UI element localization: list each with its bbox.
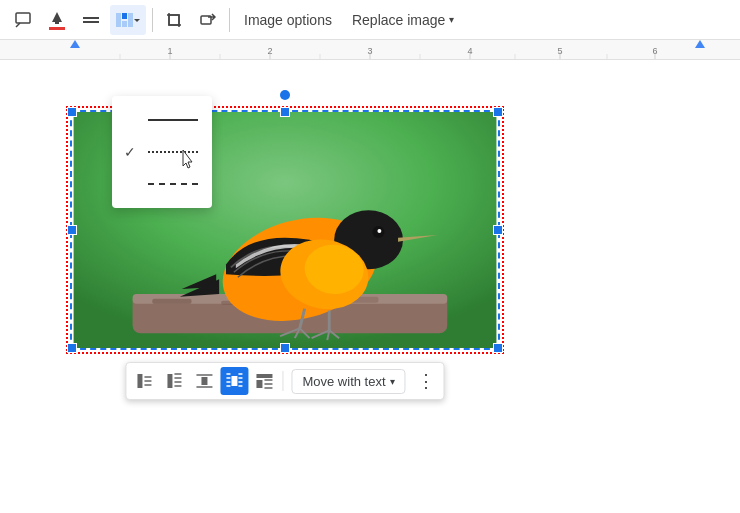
- svg-rect-5: [122, 21, 127, 27]
- svg-rect-6: [169, 15, 179, 25]
- wrap-btn[interactable]: [110, 5, 146, 35]
- image-position-toolbar: Move with text ▾ ⋮: [125, 362, 444, 400]
- replace-btn[interactable]: [193, 5, 223, 35]
- handle-bottom-left[interactable]: [67, 343, 77, 353]
- move-with-text-label: Move with text: [302, 374, 385, 389]
- wrap-both-btn[interactable]: [220, 367, 248, 395]
- line-style-btn[interactable]: [76, 5, 106, 35]
- dropdown-arrow: ▾: [390, 376, 395, 387]
- ruler: 1 2 3 4 5 6: [0, 40, 740, 60]
- image-options-btn[interactable]: Image options: [236, 8, 340, 32]
- handle-top-center[interactable]: [280, 107, 290, 117]
- content-area: ✓: [0, 60, 740, 513]
- handle-top-left[interactable]: [67, 107, 77, 117]
- wrap-none-btn[interactable]: [190, 367, 218, 395]
- svg-rect-2: [116, 13, 121, 27]
- svg-rect-62: [231, 376, 237, 386]
- dotted-check: ✓: [124, 144, 140, 160]
- svg-rect-59: [201, 377, 207, 385]
- svg-rect-0: [16, 13, 30, 23]
- comment-btn[interactable]: [8, 5, 38, 35]
- handle-middle-right[interactable]: [493, 225, 503, 235]
- more-icon: ⋮: [417, 370, 435, 392]
- handle-bottom-center[interactable]: [280, 343, 290, 353]
- solid-line-preview: [148, 119, 198, 121]
- dashed-check: [124, 176, 140, 192]
- more-options-btn[interactable]: ⋮: [412, 367, 440, 395]
- dashed-line-preview: [148, 183, 198, 185]
- solid-check: [124, 112, 140, 128]
- svg-rect-3: [122, 13, 127, 19]
- svg-rect-71: [256, 374, 272, 378]
- solid-line-option[interactable]: [112, 104, 212, 136]
- wrap-left-btn[interactable]: [160, 367, 188, 395]
- main-toolbar: Image options Replace image ▾: [0, 0, 740, 40]
- break-text-btn[interactable]: [250, 367, 278, 395]
- highlight-btn[interactable]: [42, 5, 72, 35]
- dotted-line-preview: [148, 151, 198, 153]
- toolbar-divider: [282, 371, 283, 391]
- svg-marker-10: [695, 40, 705, 48]
- inline-btn[interactable]: [130, 367, 158, 395]
- line-style-dropdown: ✓: [112, 96, 212, 208]
- svg-point-38: [377, 229, 381, 233]
- dashed-line-option[interactable]: [112, 168, 212, 200]
- svg-rect-72: [256, 380, 262, 388]
- svg-rect-54: [167, 374, 172, 388]
- divider-1: [152, 8, 153, 32]
- dotted-line-option[interactable]: ✓: [112, 136, 212, 168]
- svg-rect-50: [137, 374, 142, 388]
- svg-rect-32: [152, 299, 191, 304]
- svg-marker-9: [70, 40, 80, 48]
- move-with-text-btn[interactable]: Move with text ▾: [291, 369, 405, 394]
- divider-2: [229, 8, 230, 32]
- replace-image-btn[interactable]: Replace image ▾: [344, 8, 462, 32]
- top-resize-handle[interactable]: [280, 90, 290, 100]
- ruler-svg: 1 2 3 4 5 6: [0, 40, 740, 60]
- crop-btn[interactable]: [159, 5, 189, 35]
- handle-bottom-right[interactable]: [493, 343, 503, 353]
- handle-middle-left[interactable]: [67, 225, 77, 235]
- handle-top-right[interactable]: [493, 107, 503, 117]
